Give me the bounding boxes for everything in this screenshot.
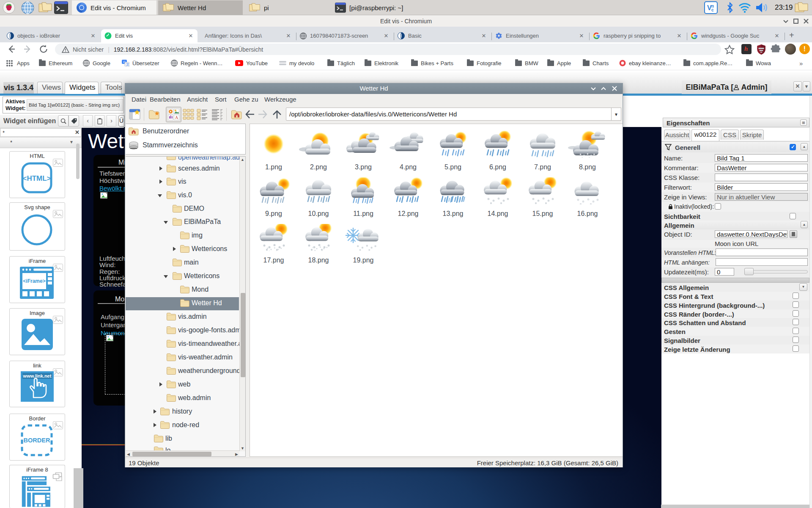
svg-text:www.link.net: www.link.net	[23, 373, 52, 378]
svg-text:c: c	[711, 8, 714, 12]
svg-text:<HTML>: <HTML>	[22, 174, 51, 182]
svg-text:<iFrame>: <iFrame>	[23, 278, 45, 284]
svg-text:BORDER: BORDER	[24, 437, 50, 444]
svg-text:文: 文	[126, 63, 129, 66]
svg-text:A: A	[175, 115, 178, 120]
